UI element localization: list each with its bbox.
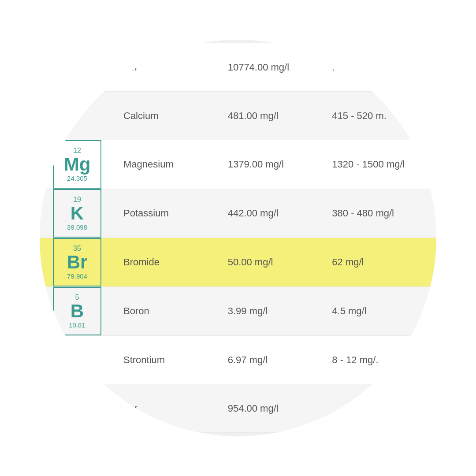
element-box-potassium: 19K39.098 — [53, 189, 101, 238]
element-value-potassium: 442.00 mg/l — [228, 208, 332, 219]
element-value-magnesium: 1379.00 mg/l — [228, 159, 332, 170]
partial-value-sodium-partial: 10774.00 mg/l — [228, 62, 332, 73]
element-range-calcium: 415 - 520 m. — [332, 110, 436, 122]
element-name-bromide: Bromide — [101, 257, 228, 268]
partial-range-sodium-partial: . — [332, 62, 436, 73]
element-value-bromide: 50.00 mg/l — [228, 257, 332, 268]
element-symbol-potassium: K — [71, 203, 84, 223]
element-name-boron: Boron — [101, 305, 228, 317]
element-name-calcium: Calcium — [101, 110, 228, 122]
element-box-boron: 5B10.81 — [53, 287, 101, 335]
element-name-magnesium: Magnesium — [101, 159, 228, 170]
partial-label-sulfur-partial: hur — [101, 403, 228, 414]
element-value-strontium: 6.97 mg/l — [228, 354, 332, 366]
element-symbol-magnesium: Mg — [64, 154, 91, 175]
partial-value-sulfur-partial: 954.00 mg/l — [228, 403, 332, 414]
element-symbol-bromide: Br — [67, 252, 88, 272]
element-range-potassium: 380 - 480 mg/l — [332, 208, 436, 219]
element-range-strontium: 8 - 12 mg/. — [332, 354, 436, 366]
element-name-strontium: Strontium — [101, 354, 228, 366]
table-row-sodium-partial: um10774.00 mg/l. — [40, 43, 436, 92]
element-value-boron: 3.99 mg/l — [228, 305, 332, 317]
atomic-weight-magnesium: 24.305 — [67, 175, 87, 182]
element-box-magnesium: 12Mg24.305 — [53, 140, 101, 189]
table-row-calcium: Calcium481.00 mg/l415 - 520 m. — [40, 92, 436, 140]
atomic-number-boron: 5 — [75, 294, 79, 301]
element-range-bromide: 62 mg/l — [332, 257, 436, 268]
element-range-boron: 4.5 mg/l — [332, 305, 436, 317]
table-row-magnesium: 12Mg24.305Magnesium1379.00 mg/l1320 - 15… — [40, 140, 436, 189]
table-row-boron: 5B10.81Boron3.99 mg/l4.5 mg/l — [40, 287, 436, 336]
table-row-strontium: Strontium6.97 mg/l8 - 12 mg/. — [40, 336, 436, 384]
atomic-number-bromide: 35 — [73, 245, 81, 252]
atomic-number-potassium: 19 — [73, 196, 81, 203]
atomic-weight-potassium: 39.098 — [67, 224, 87, 231]
table-wrapper: um10774.00 mg/l.Calcium481.00 mg/l415 - … — [40, 43, 436, 433]
element-name-potassium: Potassium — [101, 208, 228, 219]
atomic-weight-boron: 10.81 — [69, 322, 86, 328]
table-row-bromide: 35Br79.904Bromide50.00 mg/l62 mg/l — [40, 238, 436, 287]
element-value-calcium: 481.00 mg/l — [228, 110, 332, 122]
table-row-potassium: 19K39.098Potassium442.00 mg/l380 - 480 m… — [40, 189, 436, 238]
atomic-weight-bromide: 79.904 — [67, 273, 87, 279]
circle-container: um10774.00 mg/l.Calcium481.00 mg/l415 - … — [40, 40, 436, 436]
atomic-number-magnesium: 12 — [73, 147, 81, 154]
table-row-sulfur-partial: hur954.00 mg/l — [40, 384, 436, 433]
element-box-bromide: 35Br79.904 — [53, 238, 101, 286]
element-range-magnesium: 1320 - 1500 mg/l — [332, 159, 436, 170]
partial-label-sodium-partial: um — [101, 62, 228, 73]
element-symbol-boron: B — [71, 301, 84, 321]
